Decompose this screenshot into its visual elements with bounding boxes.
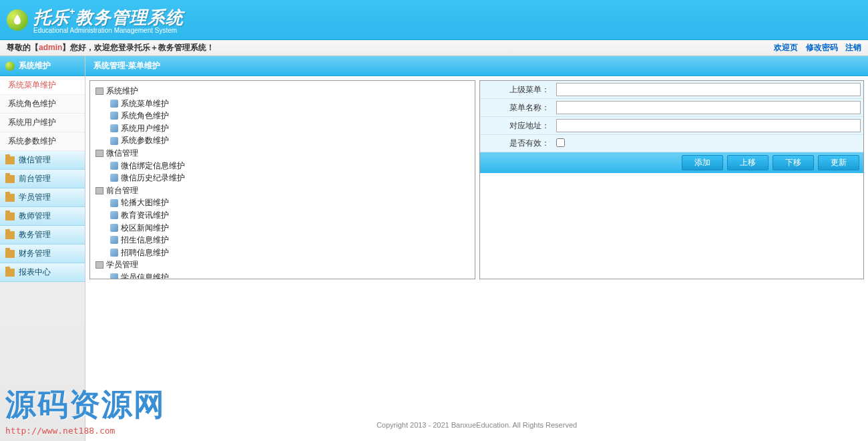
tree-node-label: 招生信息维护 bbox=[121, 234, 169, 247]
tree-folder-node[interactable]: 系统维护 bbox=[95, 85, 469, 98]
input-parent-menu[interactable] bbox=[556, 83, 861, 96]
folder-icon bbox=[95, 261, 103, 269]
tree-node-label: 系统菜单维护 bbox=[121, 98, 169, 110]
sidebar: 系统维护 系统菜单维护系统角色维护系统用户维护系统参数维护 微信管理前台管理学员… bbox=[0, 56, 85, 441]
checkbox-enabled[interactable] bbox=[556, 138, 565, 147]
link-logout[interactable]: 注销 bbox=[845, 43, 861, 52]
sidebar-section-system[interactable]: 系统维护 bbox=[0, 56, 85, 76]
tree-node-label: 系统角色维护 bbox=[121, 110, 169, 122]
folder-icon bbox=[5, 231, 15, 239]
tree-folder-node[interactable]: 微信管理 bbox=[95, 147, 469, 160]
sidebar-section-label: 系统维护 bbox=[19, 60, 51, 71]
sidebar-sub-item[interactable]: 系统菜单维护 bbox=[0, 76, 85, 95]
leaf-icon bbox=[5, 61, 15, 71]
tree-node-label: 轮播大图维护 bbox=[121, 196, 169, 209]
tree-node-label: 系统用户维护 bbox=[121, 122, 169, 135]
tree-leaf-node[interactable]: 系统参数维护 bbox=[95, 134, 469, 147]
document-icon bbox=[110, 236, 118, 244]
sidebar-menu-item[interactable]: 学员管理 bbox=[0, 188, 85, 207]
link-home[interactable]: 欢迎页 bbox=[774, 43, 798, 52]
refresh-button[interactable]: 更新 bbox=[818, 155, 859, 170]
watermark-url: http://www.net188.com bbox=[5, 426, 166, 436]
footer-copyright: Copyright 2013 - 2021 BanxueEducation. A… bbox=[85, 409, 868, 441]
sidebar-sub-item[interactable]: 系统参数维护 bbox=[0, 132, 85, 151]
document-icon bbox=[110, 137, 118, 145]
watermark: 源码资源网 http://www.net188.com bbox=[5, 384, 166, 436]
document-icon bbox=[110, 211, 118, 219]
tree-leaf-node[interactable]: 系统角色维护 bbox=[95, 110, 469, 122]
brand-prefix: 托乐 bbox=[33, 7, 69, 27]
tree-leaf-node[interactable]: 微信历史纪录维护 bbox=[95, 172, 469, 184]
tree-node-label: 系统维护 bbox=[106, 85, 138, 98]
form-button-row: 添加 上移 下移 更新 bbox=[480, 152, 863, 173]
document-icon bbox=[110, 174, 118, 182]
sidebar-menu-label: 前台管理 bbox=[19, 173, 51, 184]
main-layout: 系统维护 系统菜单维护系统角色维护系统用户维护系统参数维护 微信管理前台管理学员… bbox=[0, 56, 868, 441]
label-url: 对应地址： bbox=[480, 118, 554, 134]
tree-folder-node[interactable]: 前台管理 bbox=[95, 184, 469, 197]
move-down-button[interactable]: 下移 bbox=[773, 155, 814, 170]
sidebar-menu-label: 教师管理 bbox=[19, 210, 51, 222]
tree-leaf-node[interactable]: 轮播大图维护 bbox=[95, 196, 469, 209]
tree-leaf-node[interactable]: 系统菜单维护 bbox=[95, 98, 469, 110]
brand-plus: + bbox=[69, 6, 75, 17]
sidebar-menu-item[interactable]: 教师管理 bbox=[0, 207, 85, 226]
add-button[interactable]: 添加 bbox=[682, 155, 723, 170]
tree-leaf-node[interactable]: 教育资讯维护 bbox=[95, 209, 469, 222]
tree-leaf-node[interactable]: 学员信息维护 bbox=[95, 271, 469, 279]
folder-icon bbox=[5, 175, 15, 183]
logo-icon bbox=[7, 9, 28, 31]
document-icon bbox=[110, 124, 118, 132]
welcome-prefix: 尊敬的【 bbox=[7, 43, 39, 52]
folder-icon bbox=[5, 269, 15, 277]
label-menu-name: 菜单名称： bbox=[480, 100, 554, 116]
tree-node-label: 招聘信息维护 bbox=[121, 247, 169, 259]
folder-icon bbox=[5, 156, 15, 164]
sidebar-menu-label: 财务管理 bbox=[19, 248, 51, 259]
sidebar-sub-item[interactable]: 系统角色维护 bbox=[0, 95, 85, 114]
move-up-button[interactable]: 上移 bbox=[727, 155, 769, 170]
sidebar-menu-item[interactable]: 教务管理 bbox=[0, 226, 85, 245]
tree-node-label: 学员管理 bbox=[106, 259, 138, 271]
tree-node-label: 微信绑定信息维护 bbox=[121, 160, 185, 172]
input-url[interactable] bbox=[556, 119, 861, 132]
document-icon bbox=[110, 162, 118, 170]
tree-leaf-node[interactable]: 招生信息维护 bbox=[95, 234, 469, 247]
tree-leaf-node[interactable]: 招聘信息维护 bbox=[95, 247, 469, 259]
sidebar-menu-item[interactable]: 微信管理 bbox=[0, 151, 85, 170]
label-parent-menu: 上级菜单： bbox=[480, 82, 554, 98]
folder-icon bbox=[5, 194, 15, 202]
sidebar-menu-item[interactable]: 财务管理 bbox=[0, 245, 85, 263]
link-change-password[interactable]: 修改密码 bbox=[806, 43, 838, 52]
app-header: 托乐+教务管理系统 Educational Administration Man… bbox=[0, 0, 868, 40]
label-enabled: 是否有效： bbox=[480, 135, 554, 152]
document-icon bbox=[110, 100, 118, 108]
document-icon bbox=[110, 224, 118, 232]
sidebar-menu-label: 微信管理 bbox=[19, 154, 51, 166]
tree-folder-node[interactable]: 学员管理 bbox=[95, 259, 469, 271]
tree-leaf-node[interactable]: 微信绑定信息维护 bbox=[95, 160, 469, 172]
breadcrumb: 系统管理-菜单维护 bbox=[85, 56, 868, 76]
sidebar-sub-item[interactable]: 系统用户维护 bbox=[0, 114, 85, 132]
tree-node-label: 教育资讯维护 bbox=[121, 209, 169, 222]
document-icon bbox=[110, 199, 118, 207]
welcome-username: admin bbox=[39, 43, 62, 52]
document-icon bbox=[110, 112, 118, 120]
brand-subtitle: Educational Administration Management Sy… bbox=[33, 27, 184, 34]
menu-form-panel: 上级菜单： 菜单名称： 对应地址： 是否有效： 添加 上移 bbox=[479, 80, 864, 279]
tree-node-label: 系统参数维护 bbox=[121, 134, 169, 147]
menu-tree-panel[interactable]: 系统维护系统菜单维护系统角色维护系统用户维护系统参数维护微信管理微信绑定信息维护… bbox=[89, 80, 475, 279]
sidebar-menu-item[interactable]: 报表中心 bbox=[0, 263, 85, 282]
input-menu-name[interactable] bbox=[556, 101, 861, 114]
tree-leaf-node[interactable]: 系统用户维护 bbox=[95, 122, 469, 135]
tree-leaf-node[interactable]: 校区新闻维护 bbox=[95, 222, 469, 235]
folder-icon bbox=[5, 212, 15, 220]
folder-icon bbox=[95, 187, 103, 194]
document-icon bbox=[110, 249, 118, 257]
content-area: 系统管理-菜单维护 系统维护系统菜单维护系统角色维护系统用户维护系统参数维护微信… bbox=[85, 56, 868, 441]
document-icon bbox=[110, 273, 118, 279]
tree-node-label: 微信管理 bbox=[106, 147, 138, 160]
sidebar-menu-item[interactable]: 前台管理 bbox=[0, 170, 85, 188]
brand-block: 托乐+教务管理系统 Educational Administration Man… bbox=[33, 6, 184, 34]
tree-node-label: 微信历史纪录维护 bbox=[121, 172, 185, 184]
